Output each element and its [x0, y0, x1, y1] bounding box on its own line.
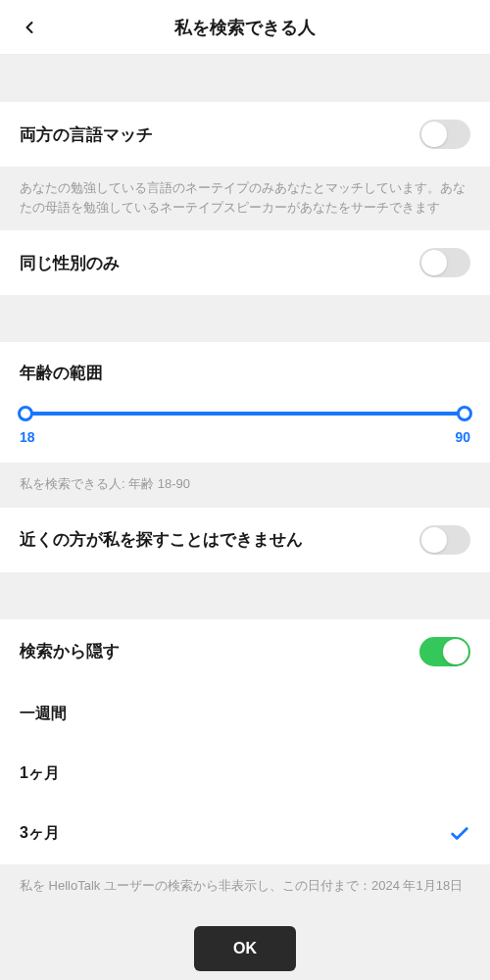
header: 私を検索できる人 — [0, 0, 490, 55]
toggle-knob — [421, 122, 447, 147]
hide-nearby-section: 近くの方が私を探すことはできません — [0, 508, 490, 572]
language-match-row: 両方の言語マッチ — [0, 102, 490, 167]
hide-from-search-row: 検索から隠す — [0, 619, 490, 684]
hide-from-search-toggle[interactable] — [419, 637, 470, 666]
toggle-knob — [421, 250, 447, 275]
hide-nearby-toggle[interactable] — [419, 525, 470, 555]
age-min-value: 18 — [20, 429, 35, 445]
spacer — [0, 572, 490, 619]
language-match-label: 両方の言語マッチ — [20, 123, 419, 146]
slider-thumb-min[interactable] — [18, 406, 33, 421]
same-gender-toggle[interactable] — [419, 248, 470, 277]
hide-nearby-row: 近くの方が私を探すことはできません — [0, 508, 490, 572]
spacer — [0, 295, 490, 342]
page-title: 私を検索できる人 — [0, 16, 490, 39]
spacer — [0, 55, 490, 102]
age-range-helper: 私を検索できる人: 年齢 18-90 — [0, 463, 490, 508]
age-max-value: 90 — [455, 429, 470, 445]
hide-from-search-section: 検索から隠す 一週間 1ヶ月 3ヶ月 — [0, 619, 490, 864]
slider-thumb-max[interactable] — [457, 406, 472, 421]
same-gender-row: 同じ性別のみ — [0, 230, 490, 295]
check-icon — [449, 823, 470, 845]
language-match-helper: あなたの勉強している言語のネーテイプのみあなたとマッチしています。あなたの母語を… — [0, 167, 490, 230]
same-gender-section: 同じ性別のみ — [0, 230, 490, 295]
same-gender-label: 同じ性別のみ — [20, 252, 419, 274]
slider-labels: 18 90 — [20, 429, 470, 445]
back-button[interactable] — [16, 14, 43, 41]
slider-track — [25, 412, 465, 416]
duration-option-3months[interactable]: 3ヶ月 — [0, 804, 490, 864]
language-match-section: 両方の言語マッチ — [0, 102, 490, 167]
age-range-section: 年齢の範囲 18 90 — [0, 342, 490, 463]
hide-from-search-helper: 私を HelloTalk ユーザーの検索から非表示し、この日付まで：2024 年… — [0, 864, 490, 909]
duration-option-1week[interactable]: 一週間 — [0, 684, 490, 744]
hide-from-search-label: 検索から隠す — [20, 640, 419, 662]
language-match-toggle[interactable] — [419, 120, 470, 149]
option-label: 1ヶ月 — [20, 763, 470, 784]
toggle-knob — [443, 639, 468, 664]
hide-nearby-label: 近くの方が私を探すことはできません — [20, 528, 419, 551]
age-range-slider[interactable] — [25, 406, 465, 421]
option-label: 3ヶ月 — [20, 823, 449, 844]
ok-button[interactable]: OK — [194, 926, 296, 971]
footer: OK — [0, 908, 490, 980]
chevron-left-icon — [20, 18, 39, 37]
option-label: 一週間 — [20, 704, 470, 724]
duration-option-1month[interactable]: 1ヶ月 — [0, 744, 490, 804]
age-range-label: 年齢の範囲 — [20, 362, 470, 384]
toggle-knob — [421, 527, 447, 553]
